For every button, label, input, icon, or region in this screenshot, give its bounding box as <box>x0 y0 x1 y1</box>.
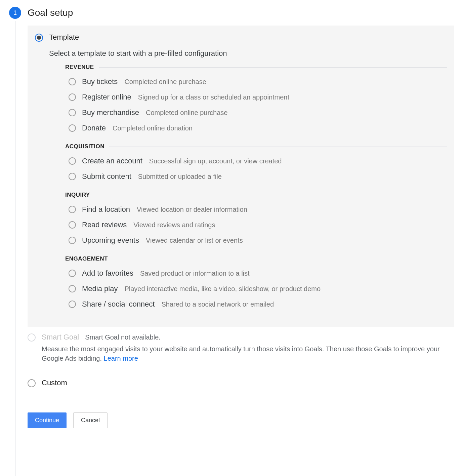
template-item-radio[interactable] <box>69 285 76 292</box>
template-item-radio[interactable] <box>69 124 76 132</box>
template-item-description: Viewed reviews and ratings <box>133 221 215 229</box>
template-groups: REVENUEBuy ticketsCompleted online purch… <box>49 64 447 312</box>
template-radio[interactable] <box>35 34 43 42</box>
group-divider-line <box>95 195 447 195</box>
template-item-radio[interactable] <box>69 157 76 165</box>
custom-body: Custom <box>36 379 454 387</box>
step-content: Goal setup Template Select a template to… <box>24 7 454 428</box>
step-column: 1 <box>7 7 24 476</box>
template-item-radio[interactable] <box>69 93 76 101</box>
template-group: ACQUISITIONCreate an accountSuccessful s… <box>49 143 447 184</box>
template-group: INQUIRYFind a locationViewed location or… <box>49 192 447 248</box>
template-item-label: Buy tickets <box>82 77 118 86</box>
button-row: Continue Cancel <box>28 412 454 428</box>
step-connector-line <box>15 21 15 476</box>
template-item[interactable]: Buy merchandiseCompleted online purchase <box>65 105 447 120</box>
group-header: ENGAGEMENT <box>65 255 447 262</box>
template-item[interactable]: Create an accountSuccessful sign up, acc… <box>65 153 447 169</box>
option-template-block: Template Select a template to start with… <box>28 26 454 327</box>
template-item-description: Signed up for a class or scheduled an ap… <box>138 93 289 101</box>
template-item-label: Buy merchandise <box>82 108 139 117</box>
template-item-label: Donate <box>82 124 106 132</box>
template-item-description: Played interactive media, like a video, … <box>124 285 321 293</box>
template-item-label: Read reviews <box>82 221 127 229</box>
smart-goal-description: Measure the most engaged visits to your … <box>42 344 454 363</box>
template-item[interactable]: DonateCompleted online donation <box>65 120 447 136</box>
group-header: ACQUISITION <box>65 143 447 150</box>
template-item-description: Submitted or uploaded a file <box>138 173 222 181</box>
template-item-description: Saved product or information to a list <box>140 270 250 277</box>
option-smart-goal-block: Smart Goal Smart Goal not available. Mea… <box>28 330 454 366</box>
template-item-radio[interactable] <box>69 270 76 277</box>
template-item-radio[interactable] <box>69 221 76 229</box>
template-item-radio[interactable] <box>69 78 76 85</box>
stepper: 1 Goal setup Template Select a template … <box>7 7 454 476</box>
group-divider-line <box>109 147 447 147</box>
template-item-description: Successful sign up, account, or view cre… <box>149 157 282 165</box>
template-item-label: Add to favorites <box>82 269 133 278</box>
template-item-label: Register online <box>82 93 131 102</box>
group-title: INQUIRY <box>65 192 90 198</box>
smart-goal-label: Smart Goal <box>42 333 79 342</box>
template-item-description: Completed online purchase <box>146 109 228 117</box>
template-subtitle: Select a template to start with a pre-fi… <box>49 49 447 58</box>
option-custom-block: Custom <box>28 376 454 390</box>
step-title: Goal setup <box>28 7 454 18</box>
template-group: ENGAGEMENTAdd to favoritesSaved product … <box>49 255 447 312</box>
smart-goal-inline-note: Smart Goal not available. <box>85 333 161 341</box>
template-item[interactable]: Register onlineSigned up for a class or … <box>65 89 447 105</box>
group-divider-line <box>113 259 447 259</box>
smart-goal-body: Smart Goal Smart Goal not available. Mea… <box>36 333 454 363</box>
template-item-description: Viewed calendar or list or events <box>146 237 243 244</box>
template-item[interactable]: Share / social connectShared to a social… <box>65 296 447 312</box>
template-item[interactable]: Upcoming eventsViewed calendar or list o… <box>65 233 447 248</box>
custom-option-label: Custom <box>42 379 454 387</box>
template-item-description: Completed online donation <box>113 124 193 132</box>
template-item-label: Create an account <box>82 157 142 165</box>
learn-more-link[interactable]: Learn more <box>104 355 138 362</box>
template-item-radio[interactable] <box>69 109 76 116</box>
group-header: REVENUE <box>65 64 447 71</box>
template-group: REVENUEBuy ticketsCompleted online purch… <box>49 64 447 136</box>
step-number-badge: 1 <box>9 7 21 19</box>
template-item[interactable]: Find a locationViewed location or dealer… <box>65 202 447 217</box>
template-item-description: Completed online purchase <box>124 78 206 86</box>
template-item[interactable]: Media playPlayed interactive media, like… <box>65 281 447 296</box>
custom-radio[interactable] <box>28 379 36 387</box>
group-title: ACQUISITION <box>65 143 104 150</box>
group-header: INQUIRY <box>65 192 447 198</box>
template-body: Template Select a template to start with… <box>43 33 447 319</box>
template-item[interactable]: Submit contentSubmitted or uploaded a fi… <box>65 169 447 184</box>
template-item-label: Share / social connect <box>82 300 155 309</box>
smart-goal-label-row: Smart Goal Smart Goal not available. <box>42 333 454 342</box>
template-item-label: Find a location <box>82 205 130 214</box>
group-divider-line <box>99 67 447 68</box>
group-title: REVENUE <box>65 64 94 71</box>
template-item-description: Viewed location or dealer information <box>137 206 247 213</box>
template-item-description: Shared to a social network or emailed <box>161 301 274 308</box>
smart-goal-radio <box>28 333 36 342</box>
template-item-radio[interactable] <box>69 206 76 213</box>
template-item[interactable]: Buy ticketsCompleted online purchase <box>65 74 447 89</box>
template-option-label: Template <box>49 33 447 42</box>
template-item-radio[interactable] <box>69 173 76 180</box>
template-item[interactable]: Add to favoritesSaved product or informa… <box>65 266 447 281</box>
template-item-radio[interactable] <box>69 237 76 244</box>
template-item-label: Media play <box>82 284 118 293</box>
template-item-label: Submit content <box>82 172 131 181</box>
cancel-button[interactable]: Cancel <box>73 412 108 428</box>
smart-goal-description-text: Measure the most engaged visits to your … <box>42 345 440 362</box>
continue-button[interactable]: Continue <box>28 412 67 428</box>
template-item-label: Upcoming events <box>82 236 139 245</box>
divider <box>28 403 454 403</box>
group-title: ENGAGEMENT <box>65 255 108 262</box>
template-item-radio[interactable] <box>69 301 76 308</box>
template-item[interactable]: Read reviewsViewed reviews and ratings <box>65 217 447 233</box>
